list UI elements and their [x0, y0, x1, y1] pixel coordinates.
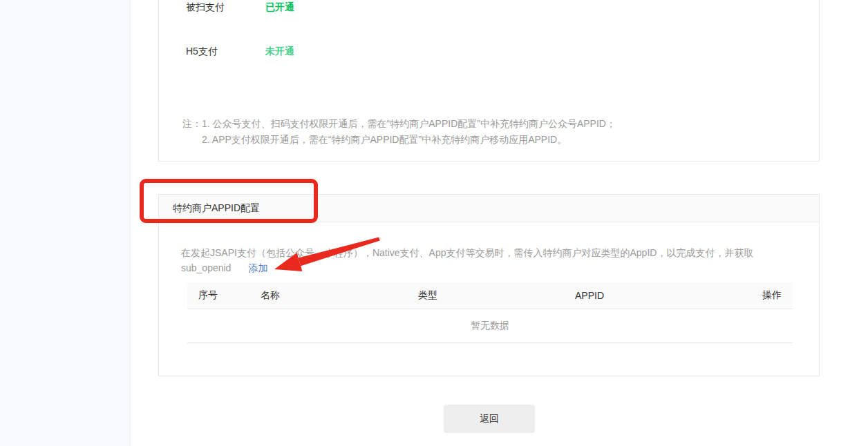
sidebar [0, 0, 131, 446]
back-button[interactable]: 返回 [444, 405, 535, 433]
note-prefix: 注： [182, 116, 202, 148]
note-line-1: 1. 公众号支付、扫码支付权限开通后，需在“特约商户APPID配置”中补充特约商… [202, 116, 616, 132]
sub-openid-text: sub_openid [181, 262, 231, 273]
permissions-note: 注： 1. 公众号支付、扫码支付权限开通后，需在“特约商户APPID配置”中补充… [182, 116, 616, 148]
col-header-index: 序号 [187, 289, 249, 302]
status-badge-open: 已开通 [265, 1, 294, 12]
col-header-appid: APPID [564, 290, 737, 301]
table-empty-state: 暂无数据 [187, 309, 793, 343]
payment-row-scan: 被扫支付已开通 [186, 1, 294, 14]
description-line-1: 在发起JSAPI支付（包括公众号、小程序），Native支付、App支付等交易时… [181, 245, 753, 260]
payment-row-h5: H5支付未开通 [186, 45, 294, 58]
col-header-type: 类型 [407, 289, 564, 302]
appid-table: 序号 名称 类型 APPID 操作 暂无数据 [187, 282, 793, 343]
payment-label: 被扫支付 [186, 1, 265, 14]
appid-config-title: 特约商户APPID配置 [159, 195, 819, 222]
payment-label: H5支付 [186, 46, 265, 58]
appid-config-card: 特约商户APPID配置 在发起JSAPI支付（包括公众号、小程序），Native… [158, 194, 820, 376]
appid-config-description: 在发起JSAPI支付（包括公众号、小程序），Native支付、App支付等交易时… [181, 245, 753, 275]
description-line-2: sub_openid添加 [181, 260, 753, 275]
appid-table-header-row: 序号 名称 类型 APPID 操作 [187, 282, 793, 309]
note-lines: 1. 公众号支付、扫码支付权限开通后，需在“特约商户APPID配置”中补充特约商… [202, 116, 616, 148]
status-badge-pending: 未开通 [265, 46, 294, 57]
payment-permissions-card: 被扫支付已开通 H5支付未开通 注： 1. 公众号支付、扫码支付权限开通后，需在… [158, 0, 820, 162]
add-appid-link[interactable]: 添加 [248, 262, 267, 273]
col-header-name: 名称 [249, 289, 407, 302]
col-header-action: 操作 [737, 289, 793, 302]
note-line-2: 2. APP支付权限开通后，需在“特约商户APPID配置”中补充特约商户移动应用… [202, 132, 616, 148]
